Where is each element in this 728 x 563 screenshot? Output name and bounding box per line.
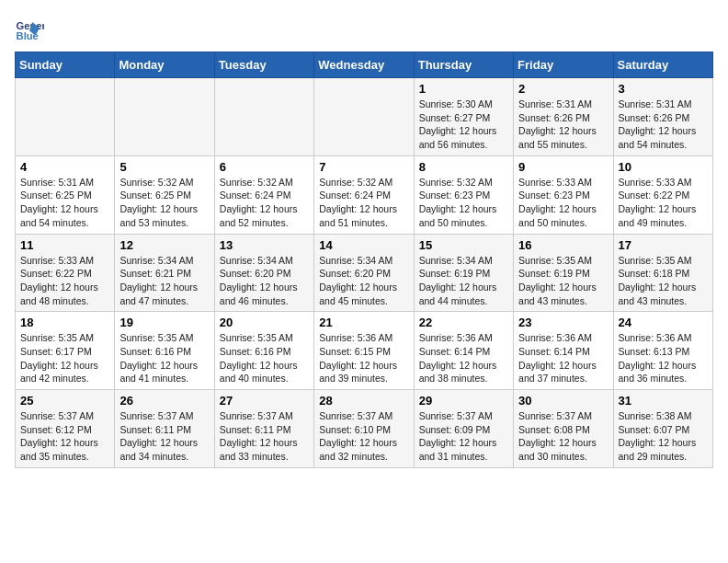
day-number: 15 xyxy=(419,238,508,252)
day-cell: 8Sunrise: 5:32 AM Sunset: 6:23 PM Daylig… xyxy=(414,155,513,234)
calendar-body: 1Sunrise: 5:30 AM Sunset: 6:27 PM Daylig… xyxy=(16,78,713,468)
day-cell: 2Sunrise: 5:31 AM Sunset: 6:26 PM Daylig… xyxy=(514,78,613,156)
day-cell: 14Sunrise: 5:34 AM Sunset: 6:20 PM Dayli… xyxy=(314,234,414,312)
day-info: Sunrise: 5:33 AM Sunset: 6:22 PM Dayligh… xyxy=(20,254,109,308)
day-number: 2 xyxy=(518,82,608,96)
day-cell: 28Sunrise: 5:37 AM Sunset: 6:10 PM Dayli… xyxy=(314,390,414,468)
day-cell: 26Sunrise: 5:37 AM Sunset: 6:11 PM Dayli… xyxy=(115,390,214,468)
day-cell: 30Sunrise: 5:37 AM Sunset: 6:08 PM Dayli… xyxy=(514,390,613,468)
day-info: Sunrise: 5:31 AM Sunset: 6:26 PM Dayligh… xyxy=(518,98,608,152)
day-info: Sunrise: 5:33 AM Sunset: 6:23 PM Dayligh… xyxy=(518,176,608,230)
day-info: Sunrise: 5:37 AM Sunset: 6:11 PM Dayligh… xyxy=(220,409,309,464)
header-row: SundayMondayTuesdayWednesdayThursdayFrid… xyxy=(16,52,713,78)
week-row-5: 25Sunrise: 5:37 AM Sunset: 6:12 PM Dayli… xyxy=(16,390,713,468)
day-info: Sunrise: 5:37 AM Sunset: 6:09 PM Dayligh… xyxy=(419,409,508,464)
day-cell: 31Sunrise: 5:38 AM Sunset: 6:07 PM Dayli… xyxy=(613,390,712,468)
day-number: 11 xyxy=(20,238,109,252)
header-thursday: Thursday xyxy=(414,52,513,78)
day-cell xyxy=(115,78,214,156)
day-number: 22 xyxy=(419,316,508,329)
day-number: 18 xyxy=(20,316,109,329)
day-number: 31 xyxy=(619,394,708,408)
day-cell: 27Sunrise: 5:37 AM Sunset: 6:11 PM Dayli… xyxy=(214,390,313,468)
day-number: 10 xyxy=(619,160,708,174)
logo: General Blue xyxy=(15,15,48,44)
day-info: Sunrise: 5:35 AM Sunset: 6:16 PM Dayligh… xyxy=(119,331,209,385)
week-row-3: 11Sunrise: 5:33 AM Sunset: 6:22 PM Dayli… xyxy=(16,234,713,312)
header-wednesday: Wednesday xyxy=(314,52,414,78)
day-number: 17 xyxy=(619,238,708,252)
day-cell: 6Sunrise: 5:32 AM Sunset: 6:24 PM Daylig… xyxy=(214,155,313,234)
header-monday: Monday xyxy=(115,52,214,78)
day-cell: 12Sunrise: 5:34 AM Sunset: 6:21 PM Dayli… xyxy=(115,234,214,312)
day-number: 20 xyxy=(220,316,309,329)
day-info: Sunrise: 5:35 AM Sunset: 6:16 PM Dayligh… xyxy=(220,331,309,385)
page-header: General Blue xyxy=(15,15,713,44)
day-number: 19 xyxy=(119,316,209,329)
day-number: 25 xyxy=(20,394,109,408)
day-number: 1 xyxy=(419,82,508,96)
day-number: 26 xyxy=(119,394,209,408)
day-number: 3 xyxy=(619,82,708,96)
day-cell: 10Sunrise: 5:33 AM Sunset: 6:22 PM Dayli… xyxy=(613,155,712,234)
day-info: Sunrise: 5:36 AM Sunset: 6:13 PM Dayligh… xyxy=(619,331,708,385)
day-number: 29 xyxy=(419,394,508,408)
day-info: Sunrise: 5:34 AM Sunset: 6:19 PM Dayligh… xyxy=(419,254,508,308)
day-number: 23 xyxy=(518,316,608,329)
day-number: 13 xyxy=(220,238,309,252)
day-cell: 1Sunrise: 5:30 AM Sunset: 6:27 PM Daylig… xyxy=(414,78,513,156)
day-info: Sunrise: 5:37 AM Sunset: 6:08 PM Dayligh… xyxy=(518,409,608,464)
day-number: 21 xyxy=(319,316,408,329)
day-number: 5 xyxy=(119,160,209,174)
header-friday: Friday xyxy=(514,52,613,78)
day-cell: 15Sunrise: 5:34 AM Sunset: 6:19 PM Dayli… xyxy=(414,234,513,312)
day-cell: 29Sunrise: 5:37 AM Sunset: 6:09 PM Dayli… xyxy=(414,390,513,468)
day-number: 4 xyxy=(20,160,109,174)
day-cell: 19Sunrise: 5:35 AM Sunset: 6:16 PM Dayli… xyxy=(115,312,214,390)
day-number: 24 xyxy=(619,316,708,329)
day-cell: 13Sunrise: 5:34 AM Sunset: 6:20 PM Dayli… xyxy=(214,234,313,312)
day-number: 9 xyxy=(518,160,608,174)
day-info: Sunrise: 5:37 AM Sunset: 6:12 PM Dayligh… xyxy=(20,409,109,464)
day-cell: 22Sunrise: 5:36 AM Sunset: 6:14 PM Dayli… xyxy=(414,312,513,390)
calendar-table: SundayMondayTuesdayWednesdayThursdayFrid… xyxy=(15,52,713,468)
header-sunday: Sunday xyxy=(16,52,115,78)
day-cell: 24Sunrise: 5:36 AM Sunset: 6:13 PM Dayli… xyxy=(613,312,712,390)
week-row-2: 4Sunrise: 5:31 AM Sunset: 6:25 PM Daylig… xyxy=(16,155,713,234)
day-cell: 21Sunrise: 5:36 AM Sunset: 6:15 PM Dayli… xyxy=(314,312,414,390)
day-info: Sunrise: 5:34 AM Sunset: 6:20 PM Dayligh… xyxy=(220,254,309,308)
day-cell: 3Sunrise: 5:31 AM Sunset: 6:26 PM Daylig… xyxy=(613,78,712,156)
day-info: Sunrise: 5:30 AM Sunset: 6:27 PM Dayligh… xyxy=(419,98,508,152)
day-info: Sunrise: 5:38 AM Sunset: 6:07 PM Dayligh… xyxy=(619,409,708,464)
day-info: Sunrise: 5:32 AM Sunset: 6:24 PM Dayligh… xyxy=(220,176,309,230)
day-number: 28 xyxy=(319,394,408,408)
day-info: Sunrise: 5:31 AM Sunset: 6:25 PM Dayligh… xyxy=(20,176,109,230)
day-info: Sunrise: 5:31 AM Sunset: 6:26 PM Dayligh… xyxy=(619,98,708,152)
day-info: Sunrise: 5:32 AM Sunset: 6:23 PM Dayligh… xyxy=(419,176,508,230)
day-number: 14 xyxy=(319,238,408,252)
day-info: Sunrise: 5:34 AM Sunset: 6:20 PM Dayligh… xyxy=(319,254,408,308)
calendar-header: SundayMondayTuesdayWednesdayThursdayFrid… xyxy=(16,52,713,78)
logo-icon: General Blue xyxy=(15,15,44,44)
day-info: Sunrise: 5:35 AM Sunset: 6:18 PM Dayligh… xyxy=(619,254,708,308)
day-number: 12 xyxy=(119,238,209,252)
day-cell: 11Sunrise: 5:33 AM Sunset: 6:22 PM Dayli… xyxy=(16,234,115,312)
day-cell: 9Sunrise: 5:33 AM Sunset: 6:23 PM Daylig… xyxy=(514,155,613,234)
day-cell: 17Sunrise: 5:35 AM Sunset: 6:18 PM Dayli… xyxy=(613,234,712,312)
day-info: Sunrise: 5:32 AM Sunset: 6:24 PM Dayligh… xyxy=(319,176,408,230)
day-number: 16 xyxy=(518,238,608,252)
week-row-1: 1Sunrise: 5:30 AM Sunset: 6:27 PM Daylig… xyxy=(16,78,713,156)
header-tuesday: Tuesday xyxy=(214,52,313,78)
day-cell: 23Sunrise: 5:36 AM Sunset: 6:14 PM Dayli… xyxy=(514,312,613,390)
day-number: 7 xyxy=(319,160,408,174)
day-info: Sunrise: 5:37 AM Sunset: 6:10 PM Dayligh… xyxy=(319,409,408,464)
day-cell xyxy=(314,78,414,156)
day-cell: 20Sunrise: 5:35 AM Sunset: 6:16 PM Dayli… xyxy=(214,312,313,390)
day-cell: 16Sunrise: 5:35 AM Sunset: 6:19 PM Dayli… xyxy=(514,234,613,312)
day-number: 8 xyxy=(419,160,508,174)
day-cell: 18Sunrise: 5:35 AM Sunset: 6:17 PM Dayli… xyxy=(16,312,115,390)
day-info: Sunrise: 5:37 AM Sunset: 6:11 PM Dayligh… xyxy=(119,409,209,464)
header-saturday: Saturday xyxy=(613,52,712,78)
week-row-4: 18Sunrise: 5:35 AM Sunset: 6:17 PM Dayli… xyxy=(16,312,713,390)
day-info: Sunrise: 5:35 AM Sunset: 6:17 PM Dayligh… xyxy=(20,331,109,385)
